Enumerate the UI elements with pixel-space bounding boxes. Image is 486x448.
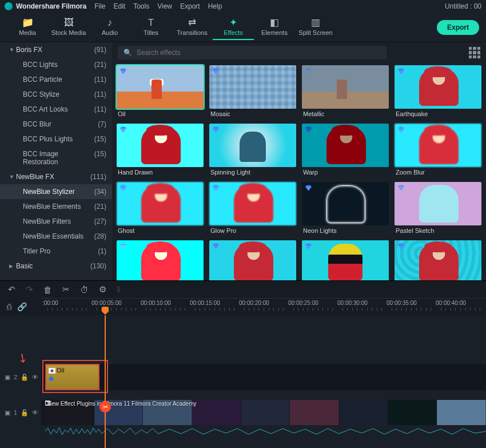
video-clip[interactable]: ▶ New Effect Plugins in Filmora 11 Filmo… [45,400,486,425]
tab-audio[interactable]: ♪Audio [89,15,130,40]
tab-media[interactable]: 📁Media [7,15,48,40]
tab-transitions[interactable]: ⇄Transitions [172,15,213,40]
track-head-1[interactable]: ▣ 1 🔓 👁 [0,400,41,425]
effect-thumb[interactable] [302,240,389,280]
sidebar-item-newblue-stylizer[interactable]: NewBlue Stylizer(34) [0,184,112,199]
speed-button[interactable]: ⏱ [80,285,89,295]
redo-button[interactable]: ↷ [26,284,33,295]
effect-thumb[interactable] [302,182,389,225]
diamond-icon [119,243,127,250]
sidebar-item-bcc-particle[interactable]: BCC Particle(11) [0,72,112,87]
view-grid-button[interactable] [469,47,480,58]
effect-card-ghost[interactable]: Ghost [117,182,204,239]
sidebar-item-newblue-filters[interactable]: NewBlue Filters(27) [0,214,112,229]
audio-waveform[interactable] [45,426,486,437]
effect-card-neon-lights[interactable]: Neon Lights [302,182,389,239]
menu-view[interactable]: View [157,2,172,10]
track-head-2[interactable]: ▣ 2 🔓 👁 [0,364,41,390]
effect-card-row4[interactable] [209,240,296,280]
effect-card-row4[interactable] [117,240,204,280]
audio-button[interactable]: ⫴ [117,284,121,295]
effect-card-zoom-blur[interactable]: Zoom Blur [395,124,481,181]
menu-help[interactable]: Help [208,2,222,10]
effect-card-row4[interactable] [302,240,389,280]
sidebar-item-newblue-elements[interactable]: NewBlue Elements(21) [0,199,112,214]
timeline-tracks[interactable]: ✂ ➘ ▣ 2 🔓 👁 ★Oil ◆ ▣ 1 🔓 [0,315,486,448]
effect-card-oil[interactable]: Oil [117,65,204,122]
track-toggle-icon[interactable]: ▣ [5,409,10,417]
effect-thumb[interactable] [209,65,296,109]
effect-thumb[interactable] [395,124,481,167]
sidebar-item-bcc-lights[interactable]: BCC Lights(21) [0,57,112,72]
tab-stock-media[interactable]: 🖼Stock Media [48,15,89,40]
effect-thumb[interactable] [209,182,296,225]
search-icon: 🔍 [124,49,132,57]
effect-card-pastel-sketch[interactable]: Pastel Sketch [395,182,481,239]
effect-thumb[interactable] [395,182,481,225]
effect-thumb[interactable] [117,240,204,280]
sidebar-group-newblue-fx[interactable]: ▼NewBlue FX(111) [0,169,112,184]
effect-thumb[interactable] [209,240,296,280]
tab-titles[interactable]: TTitles [130,15,172,40]
sidebar-group-basic[interactable]: ▶Basic(130) [0,259,112,273]
sidebar-item-newblue-essentials[interactable]: NewBlue Essentials(28) [0,229,112,244]
effect-thumb[interactable] [117,65,204,109]
effect-thumb[interactable] [302,65,389,109]
ruler-tick: 00:00:25:00 [288,300,318,306]
sidebar-item-bcc-blur[interactable]: BCC Blur(7) [0,117,112,132]
effect-card-earthquake[interactable]: Earthquake [395,65,481,122]
link-button[interactable]: 🔗 [17,302,27,311]
effect-thumb[interactable] [117,182,204,225]
track-toggle-icon[interactable]: ▣ [5,374,10,381]
tab-split-screen[interactable]: ▥Split Screen [295,15,336,40]
diamond-icon [305,68,312,75]
menu-edit[interactable]: Edit [113,2,125,10]
menu-tools[interactable]: Tools [133,2,149,10]
playhead[interactable]: ✂ [105,315,106,448]
effect-thumb[interactable] [395,65,481,109]
visibility-icon[interactable]: 👁 [32,374,38,380]
effect-thumb[interactable] [395,240,481,280]
tab-elements[interactable]: ◧Elements [254,15,295,40]
delete-button[interactable]: 🗑 [43,285,52,295]
effect-card-metallic[interactable]: Metallic [302,65,389,122]
export-button[interactable]: Export [437,20,479,35]
effects-sidebar[interactable]: ▼Boris FX(91)BCC Lights(21)BCC Particle(… [0,42,112,280]
menu-file[interactable]: File [94,2,105,10]
effect-card-warp[interactable]: Warp [302,124,389,181]
effect-card-glow-pro[interactable]: Glow Pro [209,182,296,239]
effect-card-hand-drawn[interactable]: Hand Drawn [117,124,204,181]
search-field[interactable]: 🔍 [118,46,387,60]
lock-icon[interactable]: 🔓 [21,409,29,417]
effect-card-mosaic[interactable]: Mosaic [209,65,296,122]
diamond-icon [305,126,312,133]
menu-export[interactable]: Export [180,2,200,10]
marker-button[interactable]: ⎙ [7,302,11,311]
split-icon[interactable]: ✂ [99,401,111,413]
chevron-icon: ▶ [9,263,16,269]
search-input[interactable] [137,49,381,57]
effect-card-row4[interactable] [395,240,481,280]
adjust-button[interactable]: ⚙ [99,284,106,295]
tab-icon: 🖼 [48,17,89,29]
cut-button[interactable]: ✂ [62,284,70,295]
effect-card-spinning-light[interactable]: Spinning Light [209,124,296,181]
effect-thumb[interactable] [209,124,296,167]
visibility-icon[interactable]: 👁 [32,409,38,416]
undo-button[interactable]: ↶ [8,284,15,295]
ruler-tick: 00:00:10:00 [141,300,171,306]
sidebar-item-bcc-plus-lights[interactable]: BCC Plus Lights(15) [0,132,112,146]
sidebar-item-bcc-image-restoration[interactable]: BCC Image Restoration(15) [0,146,112,169]
tab-icon: ⇄ [172,17,213,29]
sidebar-item-titler-pro[interactable]: Titler Pro(1) [0,244,112,259]
diamond-icon [212,68,220,75]
ruler-tick: 00:00:30:00 [337,300,368,306]
effect-thumb[interactable] [302,124,389,167]
sidebar-group-boris-fx[interactable]: ▼Boris FX(91) [0,42,112,57]
lock-icon[interactable]: 🔓 [21,374,29,381]
tab-icon: ▥ [295,17,336,29]
tab-effects[interactable]: ✦Effects [213,15,254,40]
sidebar-item-bcc-stylize[interactable]: BCC Stylize(11) [0,87,112,102]
effect-thumb[interactable] [117,124,204,167]
sidebar-item-bcc-art-looks[interactable]: BCC Art Looks(11) [0,102,112,117]
